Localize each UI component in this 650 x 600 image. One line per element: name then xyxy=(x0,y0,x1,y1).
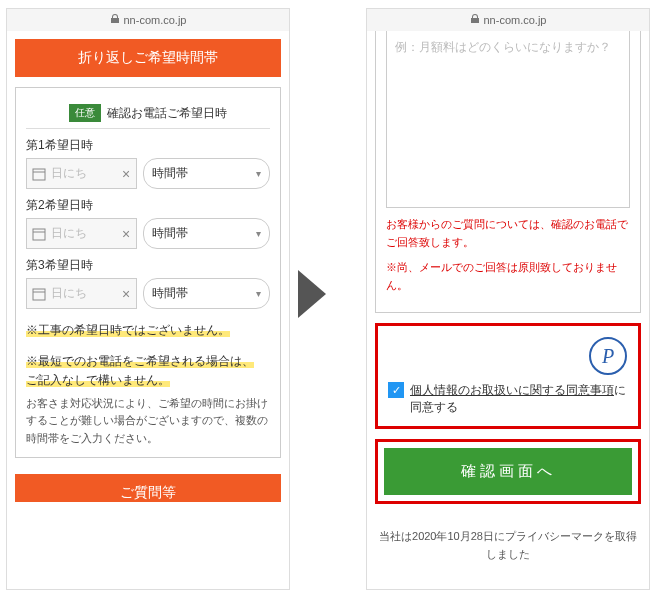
clear-icon[interactable]: × xyxy=(116,286,136,302)
consent-text: 個人情報のお取扱いに関する同意事項に同意する xyxy=(410,382,628,416)
slot2-date-input[interactable]: 日にち × xyxy=(26,218,137,249)
calendar-icon xyxy=(27,167,51,181)
slot3-date-input[interactable]: 日にち × xyxy=(26,278,137,309)
submit-box: 確認画面へ xyxy=(375,439,641,504)
section-header-question: ご質問等 xyxy=(15,474,281,502)
lock-icon xyxy=(110,14,120,26)
consent-checkbox[interactable]: ✓ xyxy=(388,382,404,398)
svg-marker-6 xyxy=(298,270,326,318)
badge-label: 確認お電話ご希望日時 xyxy=(107,105,227,122)
svg-rect-4 xyxy=(33,289,45,300)
note2-detail: お客さま対応状況により、ご希望の時間にお掛けすることが難しい場合がございますので… xyxy=(26,395,270,448)
slot3-time-ph: 時間帯 xyxy=(152,285,188,302)
time-box: 任意 確認お電話ご希望日時 第1希望日時 日にち × 時間帯 ▾ 第2希望日時 xyxy=(15,87,281,458)
clear-icon[interactable]: × xyxy=(116,166,136,182)
phone-right: nn-com.co.jp 例：月額料はどのくらいになりますか？ お客様からのご質… xyxy=(366,8,650,590)
slot3-date-ph: 日にち xyxy=(51,279,116,308)
right-content: 例：月額料はどのくらいになりますか？ お客様からのご質問については、確認のお電話… xyxy=(367,31,649,589)
footer-text: 当社は2020年10月28日にプライバシーマークを取得しました xyxy=(375,528,641,563)
calendar-icon xyxy=(27,287,51,301)
red-note1: お客様からのご質問については、確認のお電話でご回答致します。 xyxy=(386,216,630,251)
url-text: nn-com.co.jp xyxy=(124,14,187,26)
slot1-label: 第1希望日時 xyxy=(26,137,270,154)
consent-box: P ✓ 個人情報のお取扱いに関する同意事項に同意する xyxy=(375,323,641,429)
red-note2: ※尚、メールでのご回答は原則致しておりません。 xyxy=(386,259,630,294)
svg-text:P: P xyxy=(601,345,614,367)
calendar-icon xyxy=(27,227,51,241)
consent-row: ✓ 個人情報のお取扱いに関する同意事項に同意する xyxy=(388,382,628,416)
confirm-button[interactable]: 確認画面へ xyxy=(384,448,632,495)
privacy-mark-icon: P xyxy=(388,336,628,376)
url-text: nn-com.co.jp xyxy=(484,14,547,26)
chevron-down-icon: ▾ xyxy=(256,168,261,179)
left-content: 折り返しご希望時間帯 任意 確認お電話ご希望日時 第1希望日時 日にち × 時間… xyxy=(7,31,289,589)
slot2-time-select[interactable]: 時間帯 ▾ xyxy=(143,218,270,249)
chevron-down-icon: ▾ xyxy=(256,288,261,299)
optional-badge: 任意 xyxy=(69,104,101,122)
slot2-label: 第2希望日時 xyxy=(26,197,270,214)
consent-link[interactable]: 個人情報のお取扱いに関する同意事項 xyxy=(410,383,614,397)
slot1-date-ph: 日にち xyxy=(51,159,116,188)
slot2-date-ph: 日にち xyxy=(51,219,116,248)
svg-rect-2 xyxy=(33,229,45,240)
clear-icon[interactable]: × xyxy=(116,226,136,242)
section-header-time: 折り返しご希望時間帯 xyxy=(15,39,281,77)
phone-left: nn-com.co.jp 折り返しご希望時間帯 任意 確認お電話ご希望日時 第1… xyxy=(6,8,290,590)
note2: ※最短でのお電話をご希望される場合は、 ご記入なしで構いません。 お客さま対応状… xyxy=(26,352,270,447)
slot1-time-select[interactable]: 時間帯 ▾ xyxy=(143,158,270,189)
lock-icon xyxy=(470,14,480,26)
slot2-time-ph: 時間帯 xyxy=(152,225,188,242)
slot1-time-ph: 時間帯 xyxy=(152,165,188,182)
question-box: 例：月額料はどのくらいになりますか？ お客様からのご質問については、確認のお電話… xyxy=(375,31,641,313)
slot1-date-input[interactable]: 日にち × xyxy=(26,158,137,189)
address-bar: nn-com.co.jp xyxy=(7,9,289,31)
note1: ※工事の希望日時ではございません。 xyxy=(26,321,270,340)
chevron-down-icon: ▾ xyxy=(256,228,261,239)
badge-row: 任意 確認お電話ご希望日時 xyxy=(26,98,270,129)
arrow-icon xyxy=(298,270,326,321)
address-bar: nn-com.co.jp xyxy=(367,9,649,31)
question-textarea[interactable]: 例：月額料はどのくらいになりますか？ xyxy=(386,31,630,208)
svg-rect-0 xyxy=(33,169,45,180)
slot3-time-select[interactable]: 時間帯 ▾ xyxy=(143,278,270,309)
slot3-label: 第3希望日時 xyxy=(26,257,270,274)
